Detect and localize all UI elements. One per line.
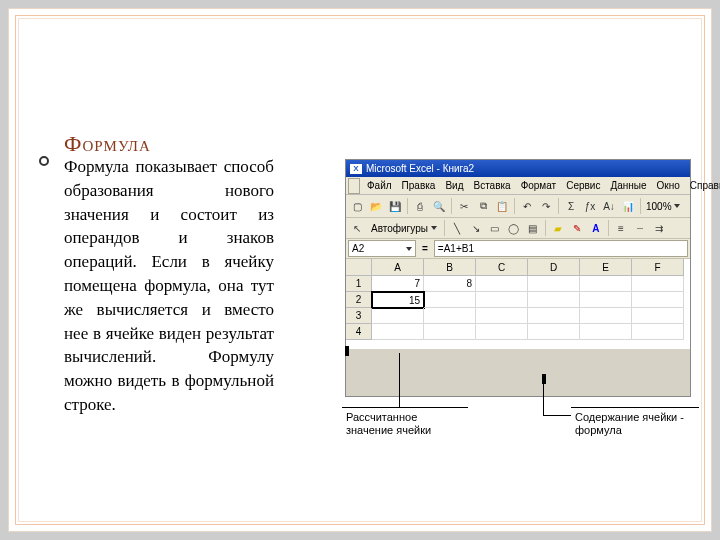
cell-d2[interactable]: [528, 292, 580, 308]
cell-d3[interactable]: [528, 308, 580, 324]
menu-view[interactable]: Вид: [440, 179, 468, 192]
undo-icon[interactable]: ↶: [518, 197, 536, 215]
redo-icon[interactable]: ↷: [537, 197, 555, 215]
menu-data[interactable]: Данные: [605, 179, 651, 192]
col-header-a[interactable]: A: [372, 259, 424, 276]
fill-color-icon[interactable]: ▰: [549, 219, 567, 237]
drawing-toolbar: ↖ Автофигуры ╲ ↘ ▭ ◯ ▤ ▰ ✎ A ≡ ┄ ⇉: [346, 218, 690, 239]
excel-app-icon: X: [350, 164, 362, 174]
cell-f4[interactable]: [632, 324, 684, 340]
cell-e4[interactable]: [580, 324, 632, 340]
toolbar-separator: [451, 198, 452, 214]
cell-d4[interactable]: [528, 324, 580, 340]
print-icon[interactable]: ⎙: [411, 197, 429, 215]
standard-toolbar: ▢ 📂 💾 ⎙ 🔍 ✂ ⧉ 📋 ↶ ↷ Σ ƒx A↓ 📊 100%: [346, 195, 690, 218]
cell-a1[interactable]: 7: [372, 276, 424, 292]
spreadsheet-grid: A B C D E F 1 7 8 2 15 3: [346, 259, 690, 349]
open-icon[interactable]: 📂: [367, 197, 385, 215]
col-header-e[interactable]: E: [580, 259, 632, 276]
select-all-corner[interactable]: [346, 259, 372, 276]
sort-asc-icon[interactable]: A↓: [600, 197, 618, 215]
menu-help[interactable]: Справка: [685, 179, 720, 192]
cell-c4[interactable]: [476, 324, 528, 340]
autoshapes-label: Автофигуры: [371, 223, 428, 234]
cell-b3[interactable]: [424, 308, 476, 324]
slide-page: Формула Формула показывает способ образо…: [8, 8, 712, 532]
cell-f1[interactable]: [632, 276, 684, 292]
cell-c2[interactable]: [476, 292, 528, 308]
cell-b4[interactable]: [424, 324, 476, 340]
cell-e1[interactable]: [580, 276, 632, 292]
callout-right: Содержание ячейки - формула: [571, 407, 699, 439]
dash-style-icon[interactable]: ┄: [631, 219, 649, 237]
zoom-combo[interactable]: 100%: [644, 201, 682, 212]
autoshapes-button[interactable]: Автофигуры: [367, 223, 441, 234]
menu-edit[interactable]: Правка: [397, 179, 441, 192]
paste-icon[interactable]: 📋: [493, 197, 511, 215]
dropdown-arrow-icon: [431, 226, 437, 230]
name-box-value: A2: [352, 243, 364, 254]
toolbar-separator: [608, 220, 609, 236]
cell-c3[interactable]: [476, 308, 528, 324]
line-icon[interactable]: ╲: [448, 219, 466, 237]
toolbar-separator: [640, 198, 641, 214]
font-color-icon[interactable]: A: [587, 219, 605, 237]
bullet-icon: [39, 156, 49, 166]
cell-c1[interactable]: [476, 276, 528, 292]
row-header-3[interactable]: 3: [346, 308, 372, 324]
line-color-icon[interactable]: ✎: [568, 219, 586, 237]
cell-a3[interactable]: [372, 308, 424, 324]
draw-select-icon[interactable]: ↖: [348, 219, 366, 237]
equals-icon[interactable]: =: [418, 243, 432, 254]
line-weight-icon[interactable]: ≡: [612, 219, 630, 237]
menu-window[interactable]: Окно: [652, 179, 685, 192]
control-menu-icon[interactable]: [348, 178, 360, 194]
cell-e3[interactable]: [580, 308, 632, 324]
preview-icon[interactable]: 🔍: [430, 197, 448, 215]
dropdown-arrow-icon: [674, 204, 680, 208]
menu-bar: Файл Правка Вид Вставка Формат Сервис Да…: [346, 177, 690, 195]
cell-f3[interactable]: [632, 308, 684, 324]
menu-file[interactable]: Файл: [362, 179, 397, 192]
arrow-icon[interactable]: ↘: [467, 219, 485, 237]
new-icon[interactable]: ▢: [348, 197, 366, 215]
formula-input[interactable]: =A1+B1: [434, 240, 688, 257]
cell-a4[interactable]: [372, 324, 424, 340]
cell-e2[interactable]: [580, 292, 632, 308]
oval-icon[interactable]: ◯: [505, 219, 523, 237]
menu-format[interactable]: Формат: [516, 179, 562, 192]
col-header-f[interactable]: F: [632, 259, 684, 276]
col-header-b[interactable]: B: [424, 259, 476, 276]
col-header-d[interactable]: D: [528, 259, 580, 276]
col-header-c[interactable]: C: [476, 259, 528, 276]
cell-a2-selected[interactable]: 15: [371, 291, 425, 309]
callout-marker-left: [345, 346, 349, 356]
row-header-1[interactable]: 1: [346, 276, 372, 292]
row-header-2[interactable]: 2: [346, 292, 372, 308]
cut-icon[interactable]: ✂: [455, 197, 473, 215]
fx-icon[interactable]: ƒx: [581, 197, 599, 215]
cell-b2[interactable]: [424, 292, 476, 308]
chart-icon[interactable]: 📊: [619, 197, 637, 215]
toolbar-separator: [444, 220, 445, 236]
cell-b1[interactable]: 8: [424, 276, 476, 292]
callout-right-text: Содержание ячейки - формула: [575, 411, 684, 436]
callout-connector-left: [399, 353, 400, 407]
rect-icon[interactable]: ▭: [486, 219, 504, 237]
toolbar-separator: [407, 198, 408, 214]
formula-bar: A2 = =A1+B1: [346, 239, 690, 259]
menu-insert[interactable]: Вставка: [468, 179, 515, 192]
menu-tools[interactable]: Сервис: [561, 179, 605, 192]
textbox-icon[interactable]: ▤: [524, 219, 542, 237]
save-icon[interactable]: 💾: [386, 197, 404, 215]
cell-f2[interactable]: [632, 292, 684, 308]
name-box[interactable]: A2: [348, 240, 416, 257]
copy-icon[interactable]: ⧉: [474, 197, 492, 215]
cell-d1[interactable]: [528, 276, 580, 292]
autosum-icon[interactable]: Σ: [562, 197, 580, 215]
window-titlebar: X Microsoft Excel - Книга2: [346, 160, 690, 177]
arrow-style-icon[interactable]: ⇉: [650, 219, 668, 237]
excel-screenshot: X Microsoft Excel - Книга2 Файл Правка В…: [345, 159, 691, 397]
zoom-value: 100%: [646, 201, 672, 212]
row-header-4[interactable]: 4: [346, 324, 372, 340]
